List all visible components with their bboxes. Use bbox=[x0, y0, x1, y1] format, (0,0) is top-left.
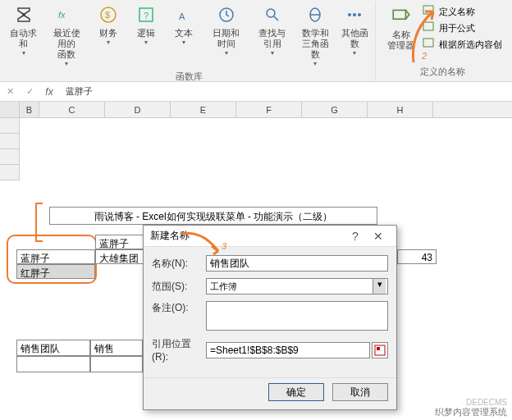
cell[interactable] bbox=[90, 356, 143, 372]
chevron-down-icon: ▾ bbox=[373, 279, 386, 294]
ribbon: 自动求和▾fx最近使用的 函数▾$财务▾?逻辑▾A文本▾日期和时间▾查找与引用▾… bbox=[0, 0, 512, 82]
svg-point-11 bbox=[353, 13, 356, 16]
sheet-title-cell[interactable]: 雨说博客 - Excel如何实现级联菜单 - 功能演示（二级） bbox=[49, 207, 377, 225]
datetime-button[interactable]: 日期和时间▾ bbox=[203, 2, 248, 69]
formula-accept-button[interactable]: ✓ bbox=[20, 83, 39, 101]
svg-text:fx: fx bbox=[58, 10, 66, 20]
svg-point-12 bbox=[358, 13, 361, 16]
select-all-cell[interactable] bbox=[0, 102, 20, 117]
column-header[interactable]: D bbox=[105, 102, 171, 117]
autosum-button[interactable]: 自动求和▾ bbox=[5, 2, 43, 69]
cell[interactable] bbox=[16, 356, 90, 372]
comment-textarea[interactable] bbox=[206, 301, 388, 331]
field-label-comment: 备注(O): bbox=[152, 301, 206, 315]
fx-icon: fx bbox=[45, 86, 53, 98]
chevron-down-icon: ▾ bbox=[22, 49, 25, 57]
question-icon: ? bbox=[135, 3, 158, 26]
math-button[interactable]: 数学和 三角函数▾ bbox=[296, 2, 334, 69]
ok-button[interactable]: 确定 bbox=[268, 383, 324, 401]
dialog-title: 新建名称 bbox=[150, 229, 344, 243]
column-header[interactable]: H bbox=[368, 102, 433, 117]
svg-rect-16 bbox=[423, 39, 433, 47]
createfromsel-button[interactable]: 根据所选内容创 bbox=[423, 36, 502, 52]
range-picker-button[interactable] bbox=[372, 342, 388, 358]
theta-icon bbox=[304, 3, 327, 26]
watermark: 织梦内容管理系统 bbox=[435, 406, 507, 418]
dialog-close-button[interactable]: ✕ bbox=[367, 230, 390, 243]
lookup-icon bbox=[261, 3, 284, 26]
chevron-down-icon: ▾ bbox=[225, 49, 228, 57]
grid-sm-icon bbox=[423, 38, 436, 51]
dialog-titlebar[interactable]: 新建名称 ? ✕ bbox=[144, 226, 396, 247]
grid-icon bbox=[374, 345, 386, 356]
chevron-down-icon: ▾ bbox=[353, 49, 356, 57]
ribbon-group-names: 名称 管理器 定义名称用于公式根据所选内容创 定义的名称 bbox=[376, 2, 509, 81]
formula-input[interactable]: 蓝胖子 bbox=[59, 85, 99, 98]
field-label-name: 名称(N): bbox=[152, 257, 206, 271]
svg-point-7 bbox=[267, 9, 275, 17]
name-manager-button[interactable]: 名称 管理器 bbox=[382, 3, 419, 64]
text-a-icon: A bbox=[172, 3, 195, 26]
lookup-button[interactable]: 查找与引用▾ bbox=[250, 2, 295, 69]
tag-icon bbox=[390, 5, 413, 28]
column-header[interactable]: G bbox=[302, 102, 368, 117]
scope-select[interactable]: 工作簿 ▾ bbox=[206, 278, 388, 294]
recent-button[interactable]: fx最近使用的 函数▾ bbox=[44, 2, 89, 69]
column-headers: BCDEFGH bbox=[0, 102, 512, 118]
selected-cell[interactable]: 红胖子 bbox=[16, 264, 95, 279]
logical-button[interactable]: ?逻辑▾ bbox=[128, 2, 164, 69]
tag-sm-icon bbox=[423, 5, 436, 18]
svg-rect-14 bbox=[423, 6, 433, 14]
cell[interactable]: 销售 bbox=[90, 340, 143, 356]
chevron-down-icon: ▾ bbox=[107, 39, 110, 46]
svg-text:A: A bbox=[179, 11, 185, 21]
spreadsheet-grid[interactable]: 雨说博客 - Excel如何实现级联菜单 - 功能演示（二级） 蓝胖子 红胖子 … bbox=[0, 118, 512, 420]
dots-icon bbox=[343, 3, 366, 26]
svg-point-10 bbox=[348, 13, 351, 16]
column-header[interactable]: F bbox=[236, 102, 302, 117]
svg-text:?: ? bbox=[144, 11, 149, 21]
formula-cancel-button[interactable]: ✕ bbox=[0, 83, 20, 101]
cell[interactable]: 大雄集团 bbox=[95, 249, 144, 264]
column-header[interactable]: B bbox=[20, 102, 39, 117]
fx-recent-icon: fx bbox=[55, 3, 78, 26]
cell[interactable]: 蓝胖子 bbox=[95, 235, 144, 249]
column-header[interactable]: E bbox=[171, 102, 236, 117]
financial-button[interactable]: $财务▾ bbox=[90, 2, 126, 69]
ribbon-group-title: 函数库 bbox=[176, 69, 203, 84]
insert-function-button[interactable]: fx bbox=[39, 83, 59, 101]
other-button[interactable]: 其他函数▾ bbox=[336, 2, 373, 69]
cell[interactable]: 销售团队 bbox=[16, 340, 90, 356]
ribbon-group-functions: 自动求和▾fx最近使用的 函数▾$财务▾?逻辑▾A文本▾日期和时间▾查找与引用▾… bbox=[3, 2, 376, 81]
sigma-icon bbox=[12, 3, 35, 26]
dialog-help-button[interactable]: ? bbox=[344, 230, 367, 243]
svg-text:$: $ bbox=[105, 10, 110, 20]
clock-icon bbox=[215, 3, 238, 26]
ribbon-group-title: 定义的名称 bbox=[420, 64, 465, 80]
name-input[interactable] bbox=[206, 255, 388, 272]
field-label-refers: 引用位置(R): bbox=[152, 337, 206, 363]
chevron-down-icon: ▾ bbox=[65, 60, 68, 67]
formula-bar: ✕ ✓ fx 蓝胖子 bbox=[0, 82, 512, 102]
define-button[interactable]: 定义名称 bbox=[423, 3, 502, 20]
refers-to-input[interactable] bbox=[206, 342, 370, 358]
money-icon: $ bbox=[97, 3, 120, 26]
fx-sm-icon bbox=[423, 21, 436, 34]
chevron-down-icon: ▾ bbox=[271, 49, 274, 57]
svg-rect-13 bbox=[393, 10, 405, 19]
cell[interactable]: 43 bbox=[397, 249, 437, 264]
chevron-down-icon: ▾ bbox=[313, 60, 317, 67]
cancel-button[interactable]: 取消 bbox=[332, 383, 388, 401]
svg-rect-15 bbox=[423, 22, 433, 30]
field-label-scope: 范围(S): bbox=[152, 280, 206, 294]
chevron-down-icon: ▾ bbox=[144, 39, 148, 46]
new-name-dialog: 新建名称 ? ✕ 名称(N): 范围(S): 工作簿 ▾ 备注(O): 引用位置… bbox=[143, 225, 397, 410]
useinfx-button[interactable]: 用于公式 bbox=[423, 20, 502, 36]
chevron-down-icon: ▾ bbox=[182, 39, 185, 46]
column-header[interactable]: C bbox=[39, 102, 105, 117]
text-button[interactable]: A文本▾ bbox=[166, 2, 202, 69]
svg-rect-18 bbox=[377, 347, 380, 350]
selected-cell[interactable]: 蓝胖子 bbox=[16, 249, 95, 264]
